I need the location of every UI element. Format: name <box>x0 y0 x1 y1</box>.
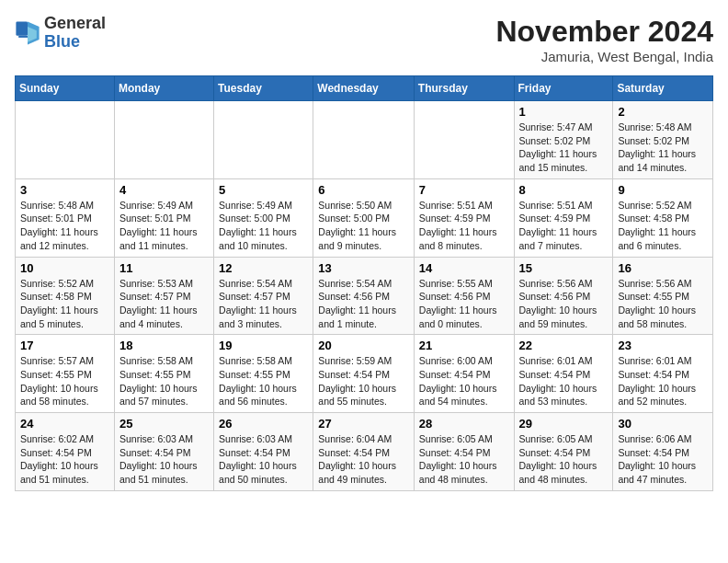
day-number: 15 <box>519 261 609 275</box>
day-info: Sunrise: 6:05 AMSunset: 4:54 PMDaylight:… <box>419 432 509 487</box>
table-row: 20Sunrise: 5:59 AMSunset: 4:54 PMDayligh… <box>313 335 415 413</box>
day-number: 24 <box>20 417 109 431</box>
table-row: 17Sunrise: 5:57 AMSunset: 4:55 PMDayligh… <box>16 335 115 413</box>
day-info: Sunrise: 6:04 AMSunset: 4:54 PMDaylight:… <box>318 432 409 487</box>
day-info: Sunrise: 5:58 AMSunset: 4:55 PMDaylight:… <box>119 354 209 408</box>
table-row: 15Sunrise: 5:56 AMSunset: 4:56 PMDayligh… <box>514 257 613 335</box>
day-number: 6 <box>318 183 409 197</box>
table-row: 12Sunrise: 5:54 AMSunset: 4:57 PMDayligh… <box>214 257 313 335</box>
logo-blue: Blue <box>44 32 80 51</box>
table-row: 23Sunrise: 6:01 AMSunset: 4:54 PMDayligh… <box>613 335 713 413</box>
table-row: 26Sunrise: 6:03 AMSunset: 4:54 PMDayligh… <box>214 413 313 491</box>
logo-general: General <box>44 14 106 32</box>
day-info: Sunrise: 5:59 AMSunset: 4:54 PMDaylight:… <box>318 354 409 408</box>
svg-rect-0 <box>16 21 28 35</box>
day-number: 28 <box>419 417 509 431</box>
day-info: Sunrise: 5:56 AMSunset: 4:56 PMDaylight:… <box>519 277 609 331</box>
day-info: Sunrise: 5:50 AMSunset: 5:00 PMDaylight:… <box>318 199 409 253</box>
day-number: 30 <box>618 417 708 431</box>
day-info: Sunrise: 6:01 AMSunset: 4:54 PMDaylight:… <box>618 354 708 408</box>
calendar-week-row: 17Sunrise: 5:57 AMSunset: 4:55 PMDayligh… <box>16 335 713 413</box>
day-number: 14 <box>419 261 509 275</box>
table-row: 25Sunrise: 6:03 AMSunset: 4:54 PMDayligh… <box>114 413 213 491</box>
day-number: 22 <box>519 339 609 352</box>
table-row: 14Sunrise: 5:55 AMSunset: 4:56 PMDayligh… <box>414 257 514 335</box>
day-number: 27 <box>318 417 409 431</box>
day-info: Sunrise: 5:54 AMSunset: 4:56 PMDaylight:… <box>318 277 409 331</box>
day-info: Sunrise: 5:56 AMSunset: 4:55 PMDaylight:… <box>618 277 708 331</box>
day-info: Sunrise: 5:47 AMSunset: 5:02 PMDaylight:… <box>519 121 609 175</box>
day-number: 19 <box>219 339 308 352</box>
day-number: 25 <box>119 417 209 431</box>
svg-rect-1 <box>18 36 28 38</box>
day-number: 1 <box>519 105 609 119</box>
logo-icon <box>15 20 40 46</box>
location: Jamuria, West Bengal, India <box>495 49 713 64</box>
day-info: Sunrise: 5:54 AMSunset: 4:57 PMDaylight:… <box>219 277 308 331</box>
day-number: 12 <box>219 261 308 275</box>
table-row: 5Sunrise: 5:49 AMSunset: 5:00 PMDaylight… <box>214 178 313 257</box>
day-info: Sunrise: 6:00 AMSunset: 4:54 PMDaylight:… <box>419 354 509 408</box>
day-info: Sunrise: 5:51 AMSunset: 4:59 PMDaylight:… <box>419 199 509 253</box>
day-number: 7 <box>419 183 509 197</box>
col-thursday: Thursday <box>414 76 514 101</box>
table-row <box>214 101 313 179</box>
day-number: 4 <box>119 183 209 197</box>
table-row: 18Sunrise: 5:58 AMSunset: 4:55 PMDayligh… <box>114 335 213 413</box>
table-row: 30Sunrise: 6:06 AMSunset: 4:54 PMDayligh… <box>613 413 713 491</box>
table-row: 2Sunrise: 5:48 AMSunset: 5:02 PMDaylight… <box>613 101 713 179</box>
table-row: 3Sunrise: 5:48 AMSunset: 5:01 PMDaylight… <box>16 178 115 257</box>
day-number: 17 <box>20 339 109 352</box>
day-info: Sunrise: 6:02 AMSunset: 4:54 PMDaylight:… <box>20 432 109 487</box>
day-number: 23 <box>618 339 708 352</box>
title-block: November 2024 Jamuria, West Bengal, Indi… <box>495 15 713 64</box>
day-number: 2 <box>618 105 708 119</box>
day-number: 3 <box>20 183 109 197</box>
table-row <box>16 101 115 179</box>
day-info: Sunrise: 6:01 AMSunset: 4:54 PMDaylight:… <box>519 354 609 408</box>
calendar-week-row: 3Sunrise: 5:48 AMSunset: 5:01 PMDaylight… <box>16 178 713 257</box>
day-info: Sunrise: 5:48 AMSunset: 5:02 PMDaylight:… <box>618 121 708 175</box>
col-friday: Friday <box>514 76 613 101</box>
day-number: 13 <box>318 261 409 275</box>
day-number: 9 <box>618 183 708 197</box>
table-row: 24Sunrise: 6:02 AMSunset: 4:54 PMDayligh… <box>16 413 115 491</box>
day-info: Sunrise: 5:49 AMSunset: 5:01 PMDaylight:… <box>119 199 209 253</box>
day-info: Sunrise: 5:53 AMSunset: 4:57 PMDaylight:… <box>119 277 209 331</box>
col-wednesday: Wednesday <box>313 76 415 101</box>
table-row <box>414 101 514 179</box>
day-info: Sunrise: 5:57 AMSunset: 4:55 PMDaylight:… <box>20 354 109 408</box>
calendar-week-row: 24Sunrise: 6:02 AMSunset: 4:54 PMDayligh… <box>16 413 713 491</box>
day-info: Sunrise: 6:03 AMSunset: 4:54 PMDaylight:… <box>119 432 209 487</box>
logo-text: General Blue <box>44 15 106 52</box>
calendar: Sunday Monday Tuesday Wednesday Thursday… <box>15 75 713 491</box>
day-number: 26 <box>219 417 308 431</box>
day-number: 10 <box>20 261 109 275</box>
table-row: 29Sunrise: 6:05 AMSunset: 4:54 PMDayligh… <box>514 413 613 491</box>
table-row: 27Sunrise: 6:04 AMSunset: 4:54 PMDayligh… <box>313 413 415 491</box>
col-saturday: Saturday <box>613 76 713 101</box>
day-number: 20 <box>318 339 409 352</box>
table-row <box>114 101 213 179</box>
day-number: 16 <box>618 261 708 275</box>
day-info: Sunrise: 5:55 AMSunset: 4:56 PMDaylight:… <box>419 277 509 331</box>
col-sunday: Sunday <box>16 76 115 101</box>
table-row: 4Sunrise: 5:49 AMSunset: 5:01 PMDaylight… <box>114 178 213 257</box>
table-row: 1Sunrise: 5:47 AMSunset: 5:02 PMDaylight… <box>514 101 613 179</box>
table-row: 22Sunrise: 6:01 AMSunset: 4:54 PMDayligh… <box>514 335 613 413</box>
table-row: 28Sunrise: 6:05 AMSunset: 4:54 PMDayligh… <box>414 413 514 491</box>
day-number: 21 <box>419 339 509 352</box>
table-row: 19Sunrise: 5:58 AMSunset: 4:55 PMDayligh… <box>214 335 313 413</box>
table-row <box>313 101 415 179</box>
day-number: 5 <box>219 183 308 197</box>
day-info: Sunrise: 5:52 AMSunset: 4:58 PMDaylight:… <box>618 199 708 253</box>
table-row: 6Sunrise: 5:50 AMSunset: 5:00 PMDaylight… <box>313 178 415 257</box>
table-row: 16Sunrise: 5:56 AMSunset: 4:55 PMDayligh… <box>613 257 713 335</box>
day-info: Sunrise: 6:06 AMSunset: 4:54 PMDaylight:… <box>618 432 708 487</box>
col-monday: Monday <box>114 76 213 101</box>
day-info: Sunrise: 6:05 AMSunset: 4:54 PMDaylight:… <box>519 432 609 487</box>
table-row: 21Sunrise: 6:00 AMSunset: 4:54 PMDayligh… <box>414 335 514 413</box>
calendar-week-row: 1Sunrise: 5:47 AMSunset: 5:02 PMDaylight… <box>16 101 713 179</box>
day-info: Sunrise: 5:58 AMSunset: 4:55 PMDaylight:… <box>219 354 308 408</box>
day-number: 8 <box>519 183 609 197</box>
